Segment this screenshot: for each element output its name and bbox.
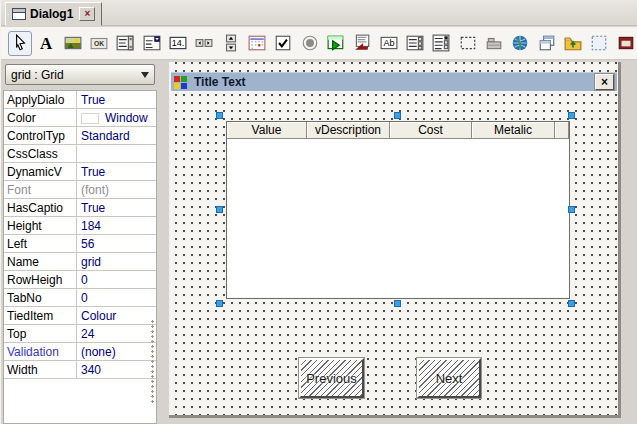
property-label: Validation — [4, 343, 77, 360]
property-value[interactable]: 184 — [77, 217, 156, 234]
object-selector-value: grid : Grid — [11, 68, 64, 82]
marquee-tool-button[interactable] — [456, 31, 480, 56]
grid-column-header-metalic[interactable]: Metalic — [472, 122, 555, 139]
edit-list-tool-button[interactable] — [403, 31, 427, 56]
red-arrow-tool-button[interactable] — [350, 31, 374, 56]
ok-button-tool-button[interactable]: OK — [87, 31, 111, 56]
object-selector-dropdown[interactable]: grid : Grid — [5, 64, 155, 85]
grid-column-header-vdescription[interactable]: vDescription — [307, 122, 390, 139]
listbox-tool-button[interactable] — [113, 31, 137, 56]
radio-button-tool-button[interactable] — [298, 31, 322, 56]
selection-frame-tool-button[interactable] — [587, 31, 611, 56]
property-row[interactable]: Top24 — [4, 325, 156, 343]
red-arrow-icon — [353, 34, 371, 52]
property-label: TabNo — [4, 289, 77, 306]
numeric-field-tool-button[interactable]: 14. — [166, 31, 190, 56]
property-value[interactable]: 340 — [77, 361, 156, 378]
property-row[interactable]: HasCaptioTrue — [4, 199, 156, 217]
selection-handle[interactable] — [568, 112, 575, 119]
cascade-windows-tool-button[interactable] — [535, 31, 559, 56]
tab-close-icon[interactable]: × — [79, 7, 95, 21]
calendar-icon — [248, 34, 266, 52]
next-button[interactable]: Next — [417, 358, 481, 398]
combobox-tool-button[interactable] — [140, 31, 164, 56]
upload-folder-tool-button[interactable] — [561, 31, 585, 56]
window-icon — [12, 8, 26, 20]
property-label: Width — [4, 361, 77, 378]
selection-handle[interactable] — [394, 112, 401, 119]
radio-button-icon — [301, 34, 319, 52]
property-panel: grid : Grid ApplyDialoTrueColorWindowCon… — [3, 62, 157, 424]
property-label: Height — [4, 217, 77, 234]
property-label: Top — [4, 325, 77, 342]
globe-icon — [511, 34, 529, 52]
property-row[interactable]: DynamicVTrue — [4, 163, 156, 181]
property-row[interactable]: Left56 — [4, 235, 156, 253]
property-row[interactable]: ControlTypStandard — [4, 127, 156, 145]
grid-column-header-blank[interactable] — [555, 122, 569, 139]
property-row[interactable]: Height184 — [4, 217, 156, 235]
panel-scrollbar[interactable] — [150, 319, 156, 405]
tab-dialog1[interactable]: Dialog1 × — [5, 2, 102, 26]
tab-control-tool-button[interactable] — [482, 31, 506, 56]
globe-tool-button[interactable] — [508, 31, 532, 56]
design-surface[interactable]: Title Text × ValuevDescriptionCostMetali… — [169, 62, 621, 418]
selection-handle[interactable] — [394, 300, 401, 307]
property-value[interactable]: 24 — [77, 325, 156, 342]
property-row[interactable]: Namegrid — [4, 253, 156, 271]
selection-handle[interactable] — [216, 112, 223, 119]
property-row[interactable]: Font(font) — [4, 181, 156, 199]
label-ab-tool-button[interactable]: Ab — [377, 31, 401, 56]
checkbox-tool-button[interactable] — [271, 31, 295, 56]
run-green-icon — [327, 34, 345, 52]
property-label: TiedItem — [4, 307, 77, 324]
property-value[interactable]: (font) — [77, 181, 156, 198]
spin-horizontal-icon — [195, 34, 213, 52]
calendar-tool-button[interactable] — [245, 31, 269, 56]
property-value[interactable]: Standard — [77, 127, 156, 144]
property-value[interactable]: True — [77, 91, 156, 108]
property-value[interactable]: Window — [77, 109, 156, 126]
property-value[interactable] — [77, 145, 156, 162]
property-row[interactable]: CssClass — [4, 145, 156, 163]
svg-text:Ab: Ab — [383, 38, 394, 48]
property-row[interactable]: TabNo0 — [4, 289, 156, 307]
selection-handle[interactable] — [216, 300, 223, 307]
property-value[interactable]: True — [77, 199, 156, 216]
checkbox-icon — [274, 34, 292, 52]
letter-a-tool-button[interactable]: A — [34, 31, 58, 56]
grid-control[interactable]: ValuevDescriptionCostMetalic — [226, 121, 570, 299]
selection-handle[interactable] — [568, 206, 575, 213]
pointer-tool-button[interactable] — [8, 31, 32, 56]
property-row[interactable]: Width340 — [4, 361, 156, 379]
property-label: ControlTyp — [4, 127, 77, 144]
tab-title: Dialog1 — [30, 7, 73, 21]
property-value[interactable]: True — [77, 163, 156, 180]
designed-dialog-titlebar[interactable]: Title Text × — [171, 72, 617, 91]
property-value[interactable]: 56 — [77, 235, 156, 252]
grid-column-header-cost[interactable]: Cost — [390, 122, 472, 139]
grid-column-header-value[interactable]: Value — [227, 122, 307, 139]
detail-list-tool-button[interactable] — [429, 31, 453, 56]
picture-tool-button[interactable] — [61, 31, 85, 56]
red-panel-tool-button[interactable] — [614, 31, 637, 56]
previous-button[interactable]: Previous — [299, 358, 364, 398]
run-green-tool-button[interactable] — [324, 31, 348, 56]
edit-list-icon — [406, 34, 424, 52]
property-row[interactable]: ApplyDialoTrue — [4, 91, 156, 109]
property-row[interactable]: RowHeigh0 — [4, 271, 156, 289]
property-row[interactable]: TiedItemColour — [4, 307, 156, 325]
property-value[interactable]: (none) — [77, 343, 156, 360]
property-value[interactable]: 0 — [77, 289, 156, 306]
property-value[interactable]: grid — [77, 253, 156, 270]
selection-handle[interactable] — [216, 206, 223, 213]
property-row[interactable]: ColorWindow — [4, 109, 156, 127]
dialog-close-icon[interactable]: × — [595, 74, 614, 90]
property-row[interactable]: Validation(none) — [4, 343, 156, 361]
selection-handle[interactable] — [568, 300, 575, 307]
property-value[interactable]: Colour — [77, 307, 156, 324]
property-value[interactable]: 0 — [77, 271, 156, 288]
spin-horizontal-tool-button[interactable] — [192, 31, 216, 56]
toolbar: AOK14.Ab — [1, 27, 637, 60]
spin-vertical-tool-button[interactable] — [219, 31, 243, 56]
